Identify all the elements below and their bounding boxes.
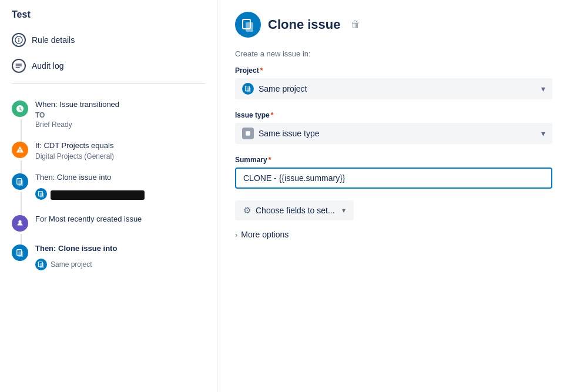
when-sub1: TO (35, 111, 205, 119)
svg-rect-5 (16, 67, 20, 68)
project-select-icon (242, 83, 254, 95)
choose-fields-button[interactable]: ⚙ Choose fields to set... ▾ (235, 200, 354, 220)
svg-rect-1 (18, 39, 19, 42)
then-clone-label: Then: Clone issue into (35, 172, 205, 183)
timeline: When: Issue transitioned TO Brief Ready … (0, 89, 217, 283)
clone-2-sub-text: Same project (51, 260, 92, 269)
project-select-left: Same project (242, 83, 307, 95)
choose-fields-label: Choose fields to set... (256, 206, 335, 215)
for-content: For Most recently created issue (35, 214, 205, 225)
when-content: When: Issue transitioned TO Brief Ready (35, 99, 205, 129)
svg-rect-18 (246, 131, 250, 136)
timeline-item-then-clone[interactable]: Then: Clone issue into (0, 166, 217, 207)
project-select[interactable]: Same project ▾ (235, 78, 552, 99)
timeline-item-if[interactable]: If: CDT Projects equals Digital Projects… (0, 135, 217, 166)
svg-rect-11 (18, 251, 23, 257)
issue-type-select-left: Same issue type (242, 128, 320, 139)
svg-rect-3 (16, 64, 22, 65)
svg-rect-9 (40, 192, 44, 197)
more-options-chevron-icon: › (235, 230, 237, 239)
audit-log-label: Audit log (32, 61, 63, 71)
gear-icon: ⚙ (243, 205, 251, 216)
project-select-text: Same project (259, 84, 307, 93)
then-clone-2-content: Then: Clone issue into Same project (35, 243, 205, 273)
panel-header: Clone issue 🗑 (235, 12, 569, 38)
svg-rect-15 (246, 22, 253, 32)
then-clone-2-icon (12, 244, 28, 261)
when-icon (12, 100, 28, 117)
app-title: Test (0, 9, 217, 27)
when-sub2: Brief Ready (35, 120, 205, 129)
summary-field-group: Summary* (235, 156, 569, 189)
timeline-item-then-clone-2[interactable]: Then: Clone issue into Same project (0, 237, 217, 279)
svg-rect-13 (40, 263, 44, 268)
for-icon (12, 215, 28, 232)
clone-project-icon (35, 188, 47, 200)
timeline-item-for[interactable]: For Most recently created issue (0, 208, 217, 237)
for-label: For Most recently created issue (35, 214, 205, 225)
then-clone-2-sub-item: Same project (35, 256, 205, 273)
redacted-project-name (51, 190, 145, 200)
more-options[interactable]: › More options (235, 230, 569, 239)
issue-type-field-label: Issue type* (235, 111, 569, 119)
clone-issue-icon (235, 12, 261, 38)
issue-type-select[interactable]: Same issue type ▾ (235, 123, 552, 144)
section-label: Create a new issue in: (235, 49, 569, 58)
issue-type-field-group: Issue type* Same issue type ▾ (235, 111, 569, 144)
sidebar-divider (12, 83, 205, 84)
delete-icon[interactable]: 🗑 (351, 19, 360, 30)
project-field-group: Project* Same project ▾ (235, 66, 569, 99)
svg-rect-17 (247, 88, 251, 92)
if-label: If: CDT Projects equals (35, 140, 205, 151)
sidebar: Test Rule details Audit log (0, 0, 217, 392)
summary-input[interactable] (235, 167, 552, 189)
issue-type-select-text: Same issue type (259, 129, 320, 138)
timeline-item-when[interactable]: When: Issue transitioned TO Brief Ready (0, 93, 217, 135)
svg-rect-4 (16, 65, 22, 66)
more-options-label: More options (241, 230, 289, 239)
when-label: When: Issue transitioned (35, 99, 205, 110)
choose-fields-chevron-icon: ▾ (342, 206, 346, 215)
if-icon (12, 142, 28, 158)
main-panel: Clone issue 🗑 Create a new issue in: Pro… (217, 0, 587, 392)
panel-title: Clone issue (268, 17, 340, 32)
then-clone-icon (12, 173, 28, 190)
then-clone-content: Then: Clone issue into (35, 172, 205, 202)
if-content: If: CDT Projects equals Digital Projects… (35, 140, 205, 160)
list-icon (12, 59, 26, 73)
then-clone-sub-item (35, 186, 205, 202)
project-field-label: Project* (235, 66, 569, 75)
svg-rect-2 (18, 38, 19, 39)
issue-type-select-icon (242, 128, 254, 139)
sidebar-item-audit-log[interactable]: Audit log (0, 53, 217, 79)
svg-rect-7 (18, 180, 23, 186)
clone-2-project-icon (35, 259, 47, 270)
summary-field-label: Summary* (235, 156, 569, 164)
project-chevron-icon: ▾ (541, 84, 545, 93)
issue-type-chevron-icon: ▾ (541, 129, 545, 138)
if-sub: Digital Projects (General) (35, 152, 205, 160)
sidebar-item-rule-details[interactable]: Rule details (0, 27, 217, 53)
rule-details-label: Rule details (32, 35, 75, 45)
then-clone-2-label: Then: Clone issue into (35, 243, 205, 254)
info-icon (12, 33, 26, 47)
